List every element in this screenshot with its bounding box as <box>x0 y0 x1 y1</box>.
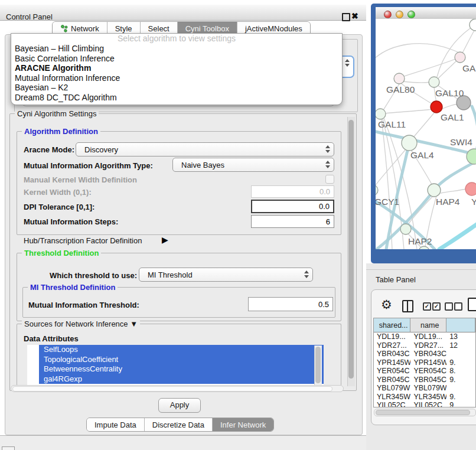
minimize-traffic-light-icon[interactable] <box>396 11 403 18</box>
table-cell[interactable]: 12 <box>446 341 475 350</box>
attribute-item-selfloops[interactable]: SelfLoops <box>39 345 324 355</box>
network-canvas[interactable]: GALGAL80GAL10GAL1GAL11GAL4SWI4GCY1HAP4YH… <box>376 19 476 249</box>
table-row[interactable]: YDR27...YDR27...12 <box>374 341 475 350</box>
algorithm-option-aracne-algorithm[interactable]: ARACNE Algorithm <box>11 63 342 73</box>
settings-scrollbar-track[interactable] <box>347 117 355 386</box>
attribute-item-betweennesscentrality[interactable]: BetweennessCentrality <box>39 364 324 374</box>
table-cell[interactable]: YER054C <box>410 367 446 376</box>
algorithm-option-dream8-dc-tdc-algorithm[interactable]: Dream8 DC_TDC Algorithm <box>11 93 342 103</box>
close-icon[interactable]: ✖ <box>351 11 358 21</box>
docked-panel-icon[interactable] <box>2 446 15 450</box>
mi-type-combobox[interactable]: Naive Bayes <box>172 158 334 172</box>
table-cell[interactable]: YBR045C <box>374 376 410 384</box>
checkbox-checked-icon[interactable]: ✓ <box>432 302 441 311</box>
settings-hscrollbar-thumb[interactable] <box>12 386 332 392</box>
checkbox-checked-icon[interactable]: ✓ <box>423 302 431 311</box>
table-row[interactable]: YBL079WYBL079W <box>374 384 475 393</box>
network-node-gal80[interactable] <box>394 73 405 84</box>
table-cell[interactable]: YBL079W <box>374 384 410 393</box>
table-cell[interactable]: YDL19... <box>410 332 446 341</box>
mi-threshold-legend: MI Threshold Definition <box>28 283 118 292</box>
table-row[interactable]: YBR043CYBR043C <box>374 350 475 358</box>
table-cell[interactable]: 13 <box>446 332 475 341</box>
network-node-hap2[interactable] <box>400 224 411 234</box>
network-node-gal1[interactable] <box>431 101 442 113</box>
checkbox-unchecked-icon[interactable] <box>454 302 462 311</box>
table-cell[interactable]: YBR045C <box>410 376 446 384</box>
apply-button[interactable]: Apply <box>158 398 201 413</box>
table-cell[interactable]: 9. <box>446 393 475 402</box>
table-cell[interactable] <box>446 350 475 358</box>
sources-expanded-arrow-icon[interactable]: ▼ <box>130 319 138 328</box>
tab-discretize-data[interactable]: Discretize Data <box>145 418 213 431</box>
new-table-icon[interactable] <box>468 298 476 311</box>
columns-icon[interactable] <box>402 300 413 312</box>
table-cell[interactable]: 9. <box>446 358 475 367</box>
table-cell[interactable]: YIL052C <box>410 401 446 407</box>
algorithm-option-bayesian-k2[interactable]: Bayesian – K2 <box>11 83 342 93</box>
table-cell[interactable]: YPR145W <box>410 358 446 367</box>
algorithm-option-mutual-information-inference[interactable]: Mutual Information Inference <box>11 73 342 83</box>
network-node-gal4[interactable] <box>402 135 417 151</box>
network-node-gal11[interactable] <box>376 109 386 119</box>
table-row[interactable]: YPR145WYPR145W9. <box>374 358 475 367</box>
table-cell[interactable]: YPR145W <box>374 358 410 367</box>
network-node-gcy1[interactable] <box>376 185 378 195</box>
network-node[interactable] <box>470 19 476 31</box>
column-header-hidden[interactable] <box>446 318 475 332</box>
table-cell[interactable]: 9 <box>446 401 475 407</box>
table-row[interactable]: YLR345WYLR345W9. <box>374 393 475 402</box>
table-hscrollbar-track[interactable] <box>374 409 476 416</box>
tab-impute-data[interactable]: Impute Data <box>87 418 145 431</box>
attributes-scrollbar-track[interactable] <box>314 345 322 386</box>
attribute-item-topologicalcoefficient[interactable]: TopologicalCoefficient <box>39 355 324 365</box>
table-cell[interactable]: YLR345W <box>374 393 410 402</box>
column-header-name[interactable]: name <box>410 318 446 332</box>
close-traffic-light-icon[interactable] <box>384 11 392 18</box>
table-row[interactable]: YER054CYER054C8. <box>374 367 475 376</box>
network-node-y[interactable] <box>465 182 476 195</box>
tab-infer-network[interactable]: Infer Network <box>213 418 273 431</box>
algorithm-option-bayesian-hill-climbing[interactable]: Bayesian – Hill Climbing <box>11 44 342 54</box>
float-window-icon[interactable] <box>342 13 350 21</box>
table-cell[interactable]: YLR345W <box>410 393 446 402</box>
table-cell[interactable]: YIL052C <box>374 401 410 407</box>
hub-collapsed-arrow-icon[interactable]: ▶ <box>162 235 168 244</box>
node-label: GAL1 <box>441 112 464 122</box>
dpi-tolerance-field[interactable] <box>251 200 334 213</box>
gear-icon[interactable]: ⚙ <box>381 298 392 312</box>
attribute-item-gal4rgexp[interactable]: gal4RGexp <box>39 374 324 384</box>
node-label: GAL4 <box>410 150 434 160</box>
network-node-hap4[interactable] <box>428 184 441 197</box>
column-header-shared[interactable]: shared... <box>374 318 410 332</box>
mi-steps-field[interactable] <box>251 215 334 228</box>
network-node-gal10[interactable] <box>429 77 439 87</box>
table-cell[interactable]: YDR27... <box>374 341 410 350</box>
settings-hscrollbar-track[interactable] <box>11 385 344 392</box>
table-cell[interactable] <box>446 384 475 393</box>
table-hscrollbar-thumb[interactable] <box>376 410 470 415</box>
maximize-traffic-light-icon[interactable] <box>407 11 415 18</box>
table-row[interactable]: YIL052CYIL052C9 <box>374 401 475 407</box>
table-row[interactable]: YBR045CYBR045C9. <box>374 376 475 384</box>
mi-threshold-field[interactable] <box>248 297 333 311</box>
which-threshold-combobox[interactable]: MI Threshold <box>139 268 313 282</box>
table-row[interactable]: YDL19...YDL19...13 <box>374 332 475 341</box>
table-cell[interactable]: YDR27... <box>410 341 446 350</box>
table-cell[interactable]: 8. <box>446 367 475 376</box>
table-cell[interactable]: 9. <box>446 376 475 384</box>
data-attributes-list[interactable]: SelfLoopsTopologicalCoefficientBetweenne… <box>27 345 324 386</box>
table-cell[interactable]: YBR043C <box>374 350 410 358</box>
aracne-mode-combobox[interactable]: Discovery <box>76 142 334 156</box>
bottom-tab-strip: Impute DataDiscretize DataInfer Network <box>86 418 274 432</box>
network-window-titlebar[interactable] <box>376 7 476 20</box>
table-cell[interactable]: YBR043C <box>410 350 446 358</box>
attributes-scrollbar-thumb[interactable] <box>315 347 321 383</box>
algorithm-option-basic-correlation-inference[interactable]: Basic Correlation Inference <box>11 54 342 64</box>
table-cell[interactable]: YER054C <box>374 367 410 376</box>
checkbox-unchecked-icon[interactable] <box>445 302 453 311</box>
settings-scrollbar-thumb[interactable] <box>348 120 354 379</box>
network-node-gal[interactable] <box>455 52 465 63</box>
table-cell[interactable]: YBL079W <box>410 384 446 393</box>
table-cell[interactable]: YDL19... <box>374 332 410 341</box>
